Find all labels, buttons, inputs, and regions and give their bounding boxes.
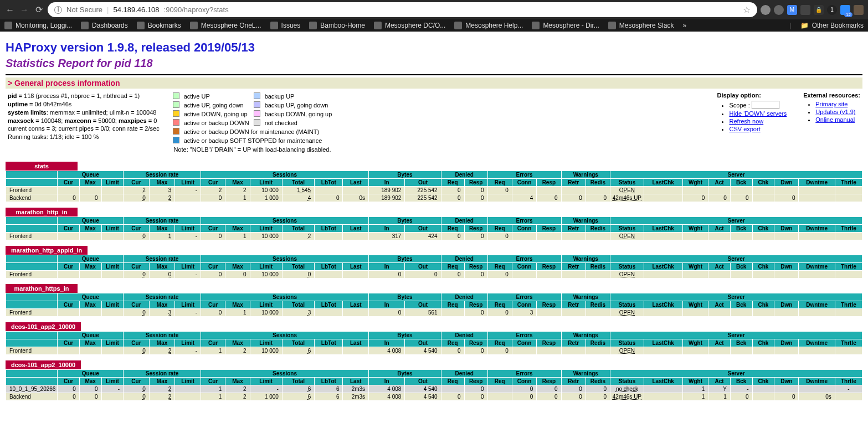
cell (752, 393, 774, 401)
cell: 6 (282, 347, 314, 355)
cell (644, 233, 682, 240)
primary-site-link[interactable]: Primary site (815, 101, 848, 107)
bookmark-item[interactable]: Bamboo-Home (309, 22, 365, 29)
info-icon: i (54, 6, 62, 14)
row-name[interactable]: 10_0_1_95_20266 (6, 385, 58, 393)
hide-down-link[interactable]: Hide 'DOWN' servers (729, 110, 787, 117)
cell (343, 187, 369, 194)
col-header: Req (487, 179, 512, 187)
col-header: Last (343, 263, 369, 271)
bookmark-item[interactable]: Bookmarks (137, 22, 181, 29)
cell: 1 (149, 233, 175, 240)
cell (441, 309, 464, 317)
cell: Y (708, 385, 731, 393)
cell (487, 393, 512, 401)
col-group-header: Denied (441, 370, 487, 378)
cell: 2 (149, 194, 175, 202)
ext-icon[interactable] (800, 5, 810, 15)
cell: - (250, 385, 282, 393)
col-header: Out (405, 263, 441, 271)
cell (58, 271, 80, 279)
cell: 10 000 (250, 347, 282, 355)
bookmark-item[interactable]: Dashboards (81, 22, 128, 29)
ext-icon[interactable] (761, 5, 771, 15)
cell: 6 (282, 393, 314, 401)
ext-icon[interactable]: 12 (840, 5, 850, 15)
cell (512, 233, 536, 240)
updates-link[interactable]: Updates (v1.9) (815, 109, 855, 115)
col-header: Retr (561, 301, 585, 309)
cell: OPEN (610, 187, 644, 194)
ext-icon[interactable]: 1 (827, 5, 837, 15)
forward-button[interactable]: → (19, 5, 30, 15)
cell: 10 000 (250, 233, 282, 240)
ext-icon[interactable]: M (787, 5, 797, 15)
row-name[interactable]: Frontend (6, 233, 58, 240)
cell: 1 545 (282, 187, 314, 194)
ext-icon[interactable] (774, 5, 784, 15)
cell (315, 187, 343, 194)
cell: 0 (441, 233, 464, 240)
row-name[interactable]: Frontend (6, 271, 58, 279)
cell: 0 (282, 271, 314, 279)
row-name[interactable]: Frontend (6, 187, 58, 194)
url-bar[interactable]: i Not Secure | 54.189.46.108:9090/haprox… (48, 2, 757, 17)
col-group-header: Server (610, 332, 862, 339)
bookmark-item[interactable]: Mesosphere Slack (608, 22, 674, 29)
cell: 0 (441, 187, 464, 194)
section-header: > General process information (6, 78, 862, 89)
col-header: Limit (101, 263, 124, 271)
row-name[interactable]: Frontend (6, 309, 58, 317)
cell (835, 309, 862, 317)
col-header: Status (610, 263, 644, 271)
refresh-link[interactable]: Refresh now (729, 118, 763, 125)
cell: 0 (441, 271, 464, 279)
col-header: LastChk (644, 263, 682, 271)
col-header: In (369, 225, 405, 233)
cell (644, 271, 682, 279)
bookmark-item[interactable]: Mesosphere OneL... (190, 22, 261, 29)
bookmark-icon (532, 22, 540, 29)
bookmark-item[interactable]: Issues (270, 22, 301, 29)
col-group-header (6, 370, 58, 378)
col-header (6, 378, 58, 385)
reload-button[interactable]: ⟳ (33, 4, 44, 15)
col-header: Chk (752, 301, 774, 309)
col-header: Retr (561, 179, 585, 187)
col-header: Conn (512, 225, 536, 233)
cell: 0 (58, 194, 80, 202)
bookmark-item[interactable]: Monitoring, Loggi... (4, 22, 72, 29)
cell: 1 (201, 347, 225, 355)
cell (58, 347, 80, 355)
col-group-header: Bytes (369, 332, 441, 339)
bookmarks-overflow[interactable]: » (682, 22, 686, 29)
col-header: Dwntme (799, 179, 835, 187)
row-name[interactable]: Backend (6, 393, 58, 401)
ext-icon[interactable]: 🔒 (814, 5, 824, 15)
col-group-header: Bytes (369, 293, 441, 301)
bookmark-item[interactable]: Mesosphere - Dir... (532, 22, 599, 29)
scope-input[interactable] (752, 101, 779, 109)
row-name[interactable]: Frontend (6, 347, 58, 355)
cell (441, 385, 464, 393)
bookmark-item[interactable]: Mesosphere DC/O... (374, 22, 445, 29)
manual-link[interactable]: Online manual (815, 116, 855, 123)
other-bookmarks[interactable]: 📁 Other Bookmarks (800, 22, 864, 29)
bookmark-icon (309, 22, 317, 29)
col-header: Resp (537, 179, 561, 187)
cell: 4 008 (369, 385, 405, 393)
external-resources: External resources: Primary site Updates… (803, 92, 860, 133)
star-icon[interactable]: ☆ (743, 4, 751, 15)
col-group-header: Queue (58, 171, 124, 179)
col-header: Max (149, 179, 175, 187)
avatar[interactable] (854, 5, 864, 15)
col-header: Out (405, 339, 441, 347)
back-button[interactable]: ← (4, 5, 16, 15)
bookmark-item[interactable]: Mesosphere Help... (454, 22, 523, 29)
col-header: In (369, 378, 405, 385)
row-name[interactable]: Backend (6, 194, 58, 202)
col-header: Conn (512, 179, 536, 187)
col-group-header: Queue (58, 217, 124, 225)
csv-export-link[interactable]: CSV export (729, 126, 760, 132)
col-header: LastChk (644, 179, 682, 187)
